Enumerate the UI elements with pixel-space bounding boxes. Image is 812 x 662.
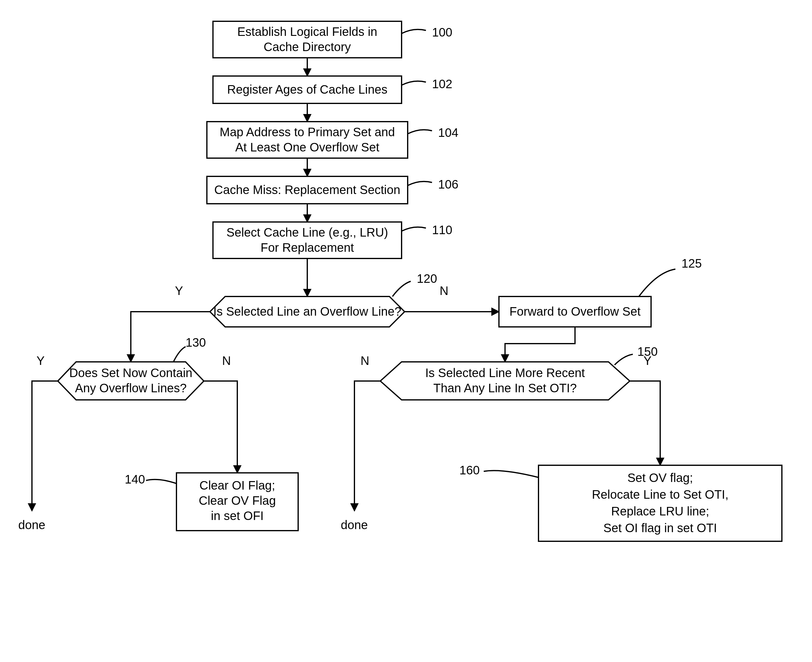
box-100-line1: Establish Logical Fields in (237, 25, 377, 38)
d130-y-label: Y (37, 354, 45, 367)
decision-130-l2: Any Overflow Lines? (75, 381, 187, 395)
box-140-l3: in set OFI (211, 509, 263, 522)
ref-lead-110 (401, 227, 426, 231)
box-125-line1: Forward to Overflow Set (509, 305, 640, 318)
arrow-130-140 (204, 381, 237, 473)
d120-n-label: N (440, 284, 448, 297)
ref-lead-150 (615, 354, 633, 365)
ref-lead-106 (408, 182, 432, 185)
ref-lead-140 (146, 480, 176, 484)
decision-120-text: Is Selected Line an Overflow Line? (213, 305, 401, 318)
arrow-150-160 (630, 381, 660, 465)
ref-140: 140 (125, 472, 145, 486)
arrow-150-done (354, 381, 380, 511)
ref-lead-104 (408, 130, 432, 134)
ref-104: 104 (438, 126, 459, 139)
ref-lead-160 (484, 471, 538, 478)
terminal-done1: done (18, 518, 45, 532)
d150-n-label: N (361, 354, 369, 367)
ref-102: 102 (432, 77, 453, 91)
box-110-line1: Select Cache Line (e.g., LRU) (226, 226, 388, 239)
box-102-line1: Register Ages of Cache Lines (227, 83, 388, 96)
ref-100: 100 (432, 26, 453, 39)
box-160-l2: Relocate Line to Set OTI, (592, 488, 728, 501)
box-100-line2: Cache Directory (264, 40, 351, 53)
ref-lead-120 (393, 281, 411, 296)
arrow-130-done (32, 381, 58, 511)
arrow-125-150 (505, 327, 575, 362)
box-160-l4: Set OI flag in set OTI (603, 521, 717, 535)
ref-lead-125 (639, 269, 675, 296)
ref-106: 106 (438, 178, 459, 191)
ref-lead-102 (401, 81, 426, 85)
ref-160: 160 (459, 463, 480, 477)
ref-lead-130 (173, 347, 185, 362)
box-160-l1: Set OV flag; (627, 471, 693, 484)
d150-y-label: Y (643, 354, 652, 367)
ref-120: 120 (417, 272, 437, 285)
ref-110: 110 (432, 223, 453, 236)
box-104-line2: At Least One Overflow Set (235, 140, 379, 154)
decision-130-l1: Does Set Now Contain (69, 366, 193, 379)
box-104-line1: Map Address to Primary Set and (220, 125, 395, 139)
terminal-done2: done (341, 518, 368, 532)
d120-y-label: Y (175, 284, 183, 297)
ref-130: 130 (185, 336, 206, 349)
ref-125: 125 (682, 257, 702, 270)
box-160-l3: Replace LRU line; (611, 505, 709, 518)
box-140-l2: Clear OV Flag (199, 494, 276, 507)
box-106-line1: Cache Miss: Replacement Section (214, 183, 400, 196)
d130-n-label: N (222, 354, 231, 367)
box-140-l1: Clear OI Flag; (200, 479, 276, 492)
decision-150-l2: Than Any Line In Set OTI? (433, 381, 577, 395)
ref-lead-100 (401, 29, 426, 34)
decision-150-l1: Is Selected Line More Recent (425, 366, 585, 379)
box-110-line2: For Replacement (261, 241, 354, 254)
